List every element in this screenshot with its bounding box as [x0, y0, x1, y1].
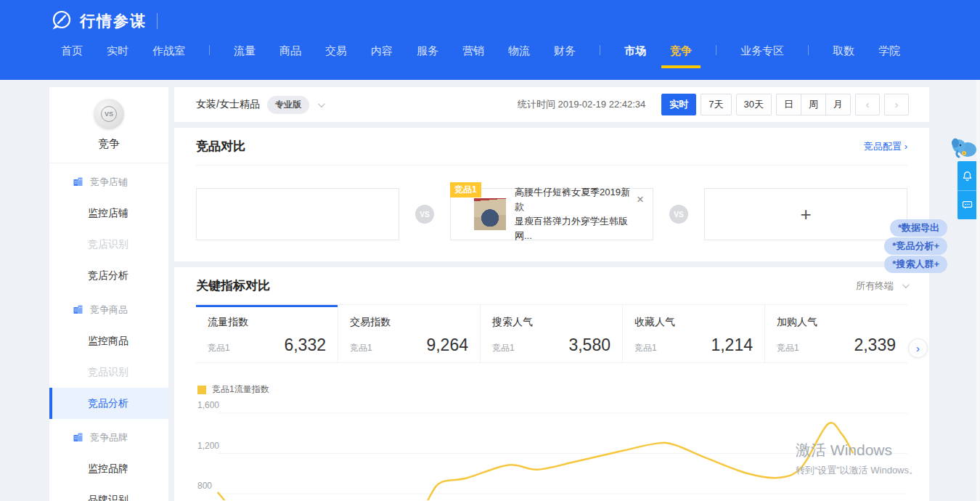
btn-7days[interactable]: 7天: [701, 94, 731, 115]
product-title: 高腰牛仔短裤女夏季2019新款 显瘦百搭弹力外穿学生韩版网...: [515, 185, 634, 243]
vs-badge: VS: [669, 205, 688, 224]
feedback-chat-button[interactable]: [957, 190, 977, 219]
metric-card-search-popularity[interactable]: 搜索人气 竞品1 3,580: [481, 305, 623, 362]
nav-war-room[interactable]: 作战室: [152, 44, 185, 68]
product-card[interactable]: 竞品1 高腰牛仔短裤女夏季2019新款 显瘦百搭弹力外穿学生韩版网... ×: [450, 188, 653, 240]
stat-time-label: 统计时间 2019-02-19 22:42:34: [518, 98, 645, 111]
btn-week[interactable]: 周: [801, 94, 826, 115]
group-label: 竞争店铺: [90, 176, 128, 189]
logo-divider: [157, 13, 158, 29]
nav-products[interactable]: 商品: [279, 44, 301, 68]
metric-value: 2,339: [854, 335, 896, 355]
sidebar-item-product-analysis[interactable]: 竞品分析: [49, 388, 168, 419]
compare-title: 竞品对比: [196, 138, 245, 155]
competitor-compare-section: 竞品对比 竞品配置 › VS 竞品1 高腰牛仔短裤女夏季2019新款 显瘦百搭弹…: [174, 128, 929, 261]
plus-icon: +: [800, 203, 811, 226]
pro-version-badge: 专业版: [267, 96, 309, 114]
sidebar-item-monitor-brands[interactable]: 监控品牌: [49, 453, 168, 484]
time-controls: 统计时间 2019-02-19 22:42:34 实时 7天 30天 日 周 月…: [518, 94, 909, 115]
nav-market[interactable]: 市场: [624, 44, 646, 68]
metric-card-cart-popularity[interactable]: 加购人气 竞品1 2,339: [765, 305, 907, 362]
nav-competition[interactable]: 竞争: [670, 44, 692, 68]
app-title: 行情参谋: [80, 11, 147, 31]
terminal-filter-dropdown[interactable]: 所有终端: [856, 280, 907, 293]
quick-action-pills: *数据导出 *竞品分析+ *搜索人群+: [884, 219, 947, 274]
notification-bell-button[interactable]: [957, 161, 977, 190]
scrollbar[interactable]: [976, 80, 980, 501]
btn-30days[interactable]: 30天: [736, 94, 772, 115]
terminal-filter-label: 所有终端: [856, 280, 894, 293]
sidebar-item-product-identify[interactable]: 竞品识别: [49, 357, 168, 388]
sidebar-group-competitor-brands: 竞争品牌: [49, 422, 168, 453]
metric-cards-row: 流量指数 竞品1 6,332 交易指数 竞品1 9,264 搜索人气: [196, 305, 907, 363]
nav-service[interactable]: 服务: [417, 44, 438, 68]
nav-realtime[interactable]: 实时: [107, 44, 128, 68]
nav-marketing[interactable]: 营销: [462, 44, 484, 68]
sidebar: VS 竞争 竞争店铺 监控店铺 竞店识别 竞店分析: [49, 87, 168, 501]
top-header: 行情参谋 首页 实时 作战室 流量 商品 交易 内容 服务 营销 物流 财务 市…: [0, 0, 980, 80]
metric-card-favorite-popularity[interactable]: 收藏人气 竞品1 1,214: [623, 305, 765, 362]
pill-search-audience[interactable]: *搜索人群+: [884, 256, 947, 273]
metrics-title: 关键指标对比: [196, 277, 270, 294]
realtime-button[interactable]: 实时: [661, 94, 696, 115]
sidebar-item-monitor-shops[interactable]: 监控店铺: [49, 197, 168, 229]
pill-competitor-analysis[interactable]: *竞品分析+: [884, 237, 947, 255]
main-content: 女装/女士精品 专业版 统计时间 2019-02-19 22:42:34 实时 …: [174, 87, 929, 501]
competitor-tag: 竞品1: [450, 182, 481, 197]
filter-bar: 女装/女士精品 专业版 统计时间 2019-02-19 22:42:34 实时 …: [174, 87, 929, 122]
sidebar-item-shop-identify[interactable]: 竞店识别: [49, 229, 168, 260]
sidebar-item-monitor-products[interactable]: 监控商品: [49, 325, 168, 357]
vs-module-avatar: VS: [94, 99, 124, 129]
category-label: 女装/女士精品: [196, 98, 260, 111]
prev-period-button[interactable]: ‹: [855, 94, 880, 115]
competitor-config-link[interactable]: 竞品配置 ›: [864, 140, 907, 153]
nav-data-extract[interactable]: 取数: [833, 44, 854, 68]
nav-traffic[interactable]: 流量: [234, 44, 256, 68]
logo-row: 行情参谋: [0, 0, 980, 32]
btn-month[interactable]: 月: [825, 94, 851, 115]
metrics-next-button[interactable]: ›: [908, 338, 928, 358]
nav-home[interactable]: 首页: [61, 44, 83, 68]
metric-card-trade-index[interactable]: 交易指数 竞品1 9,264: [338, 305, 481, 362]
nav-logistics[interactable]: 物流: [508, 44, 530, 68]
sidebar-item-brand-identify[interactable]: 品牌识别: [49, 484, 168, 501]
mascot-elephant-icon[interactable]: [950, 132, 979, 164]
chart-legend: 竞品1流量指数: [196, 383, 907, 396]
nav-finance[interactable]: 财务: [554, 44, 576, 68]
group-label: 竞争品牌: [90, 431, 128, 444]
sidebar-item-shop-analysis[interactable]: 竞店分析: [49, 260, 168, 291]
windows-activation-watermark: 激活 Windows 转到“设置”以激活 Windows。: [796, 440, 918, 477]
nav-content[interactable]: 内容: [371, 44, 393, 68]
legend-label: 竞品1流量指数: [212, 383, 269, 396]
remove-product-button[interactable]: ×: [637, 193, 644, 205]
category-dropdown[interactable]: 女装/女士精品 专业版: [196, 96, 323, 114]
watermark-line1: 激活 Windows: [796, 440, 918, 460]
module-label: 竞争: [49, 137, 168, 151]
next-period-button[interactable]: ›: [884, 94, 909, 115]
nav-divider: [808, 45, 809, 55]
nav-academy[interactable]: 学院: [878, 44, 900, 68]
compass-logo-icon: [49, 9, 73, 33]
nav-trade[interactable]: 交易: [325, 44, 347, 68]
chevron-down-icon: [318, 100, 325, 107]
sidebar-module-header: VS 竞争: [49, 87, 168, 163]
nav-business-zone[interactable]: 业务专区: [740, 44, 784, 68]
vs-icon: VS: [101, 106, 117, 122]
legend-swatch: [197, 386, 206, 394]
metric-value: 9,264: [426, 335, 468, 355]
btn-day[interactable]: 日: [776, 94, 801, 115]
nav-divider: [209, 45, 210, 55]
building-icon: [73, 304, 83, 315]
page: 行情参谋 首页 实时 作战室 流量 商品 交易 内容 服务 营销 物流 财务 市…: [0, 0, 980, 501]
pill-data-export[interactable]: *数据导出: [890, 219, 947, 237]
add-competitor-card[interactable]: +: [704, 188, 907, 240]
metric-card-traffic-index[interactable]: 流量指数 竞品1 6,332: [196, 305, 338, 362]
vs-badge: VS: [415, 205, 434, 224]
bell-icon: [961, 170, 973, 182]
metric-value: 1,214: [711, 335, 753, 355]
sidebar-group-competitor-shops: 竞争店铺: [49, 166, 168, 197]
compare-slot-empty[interactable]: [196, 188, 399, 240]
building-icon: [73, 432, 83, 443]
nav-divider: [716, 45, 716, 55]
watermark-line2: 转到“设置”以激活 Windows。: [796, 464, 918, 477]
